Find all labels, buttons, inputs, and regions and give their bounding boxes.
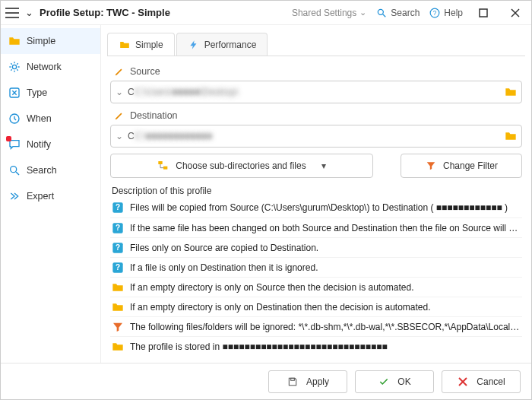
menu-icon[interactable] [5, 8, 19, 18]
description-text: If the same file has been changed on bot… [130, 223, 521, 233]
description-text: If a file is only on Destination then it… [130, 262, 318, 273]
source-label: Source [113, 65, 522, 78]
search-icon [8, 164, 21, 176]
svg-text:?: ? [433, 9, 437, 16]
lightning-icon [188, 39, 200, 51]
gear-icon [8, 61, 21, 73]
description-item: The following files/folders will be igno… [110, 316, 522, 336]
funnel-icon [112, 321, 124, 333]
search-icon [375, 7, 388, 19]
question-icon: ? [112, 222, 124, 234]
svg-line-1 [383, 14, 386, 17]
help-button[interactable]: ? Help [429, 7, 463, 19]
sidebar-item-expert[interactable]: Expert [1, 183, 100, 209]
choose-subdirs-button[interactable]: Choose sub-directories and files ▾ [110, 154, 373, 178]
svg-point-10 [11, 167, 17, 173]
folder-icon [119, 39, 131, 51]
window-title: Profile Setup: TWC - Simple [40, 7, 170, 18]
description-item: ?Files will be copied from Source (C:\Us… [110, 198, 522, 217]
caret-down-icon: ▾ [321, 160, 326, 171]
tree-icon [157, 160, 169, 172]
description-list: ?Files will be copied from Source (C:\Us… [110, 198, 522, 356]
help-icon: ? [429, 7, 441, 19]
titlebar: ⌄ Profile Setup: TWC - Simple Shared Set… [1, 1, 531, 25]
description-text: Files will be copied from Source (C:\Use… [130, 202, 508, 213]
question-icon: ? [112, 242, 124, 254]
description-item: ?Files only on Source are copied to Dest… [110, 237, 522, 257]
change-filter-button[interactable]: Change Filter [401, 154, 522, 178]
sidebar-item-when[interactable]: When [1, 106, 100, 132]
tab-simple[interactable]: Simple [107, 33, 175, 56]
description-text: If an empty directory is only on Destina… [130, 302, 431, 313]
chevron-down-icon[interactable]: ⌄ [25, 7, 33, 18]
chevron-down-icon: ⌄ [359, 8, 366, 17]
pencil-icon [113, 65, 125, 78]
svg-text:?: ? [116, 263, 120, 271]
funnel-icon [425, 160, 437, 172]
content-pane: Source ⌄ CC:\Users\■■■■■\Desktop\ Destin… [101, 56, 531, 363]
cancel-button[interactable]: Cancel [442, 370, 521, 393]
description-text: The following files/folders will be igno… [130, 322, 521, 332]
shared-settings-menu[interactable]: Shared Settings⌄ [292, 8, 366, 18]
source-path-input[interactable]: ⌄ CC:\Users\■■■■■\Desktop\ [110, 81, 522, 103]
sidebar-item-type[interactable]: Type [1, 80, 100, 106]
description-item: ?If the same file has been changed on bo… [110, 217, 522, 237]
ok-button[interactable]: OK [355, 370, 434, 393]
tabs: Simple Performance [101, 25, 531, 56]
svg-rect-4 [480, 9, 487, 17]
chat-icon [8, 138, 21, 151]
description-item: ?If a file is only on Destination then i… [110, 257, 522, 277]
folder-icon[interactable] [505, 86, 517, 98]
close-button[interactable] [504, 4, 527, 22]
question-icon: ? [112, 202, 124, 214]
svg-text:?: ? [116, 224, 120, 232]
description-item: The profile is stored in ■■■■■■■■■■■■■■■… [110, 336, 522, 356]
folder-icon [112, 301, 124, 313]
search-button[interactable]: Search [375, 7, 420, 19]
svg-rect-13 [163, 167, 167, 170]
description-heading: Description of this profile [112, 186, 522, 196]
save-icon [287, 376, 299, 388]
type-icon [8, 87, 21, 99]
chevron-down-icon: ⌄ [116, 87, 123, 97]
svg-point-7 [12, 65, 16, 68]
destination-label: Destination [113, 110, 522, 122]
sidebar-item-notify[interactable]: Notify [1, 132, 100, 157]
svg-text:?: ? [116, 243, 120, 252]
close-icon [457, 376, 469, 388]
svg-point-0 [378, 9, 384, 14]
tab-performance[interactable]: Performance [176, 33, 268, 56]
sidebar-item-simple[interactable]: Simple [1, 28, 100, 54]
chevron-down-icon: ⌄ [116, 131, 123, 141]
svg-text:?: ? [116, 203, 120, 211]
svg-line-11 [16, 172, 19, 175]
footer: Apply OK Cancel [1, 363, 531, 399]
folder-icon [112, 281, 124, 294]
check-icon [378, 376, 390, 388]
clock-icon [8, 113, 21, 125]
description-text: If an empty directory is only on Source … [130, 282, 414, 293]
svg-rect-12 [159, 161, 163, 164]
source-path-value: CC:\Users\■■■■■\Desktop\ [128, 87, 505, 97]
description-text: The profile is stored in ■■■■■■■■■■■■■■■… [130, 341, 388, 352]
double-chevron-icon [8, 190, 21, 202]
sidebar-item-search[interactable]: Search [1, 157, 100, 183]
maximize-button[interactable] [472, 4, 495, 22]
question-icon: ? [112, 262, 124, 274]
folder-icon [8, 35, 21, 47]
apply-button[interactable]: Apply [268, 370, 347, 393]
folder-icon[interactable] [505, 130, 517, 142]
svg-rect-22 [291, 378, 295, 380]
sidebar-item-network[interactable]: Network [1, 54, 100, 80]
destination-path-input[interactable]: ⌄ CC:\■■■■■■■■■■■■ [110, 125, 522, 148]
sidebar: Simple Network Type When Notify [1, 25, 101, 363]
description-text: Files only on Source are copied to Desti… [130, 243, 318, 253]
folder-icon [112, 341, 124, 353]
destination-path-value: CC:\■■■■■■■■■■■■ [128, 131, 505, 141]
description-item: If an empty directory is only on Destina… [110, 297, 522, 316]
pencil-icon [113, 110, 125, 122]
description-item: If an empty directory is only on Source … [110, 277, 522, 297]
